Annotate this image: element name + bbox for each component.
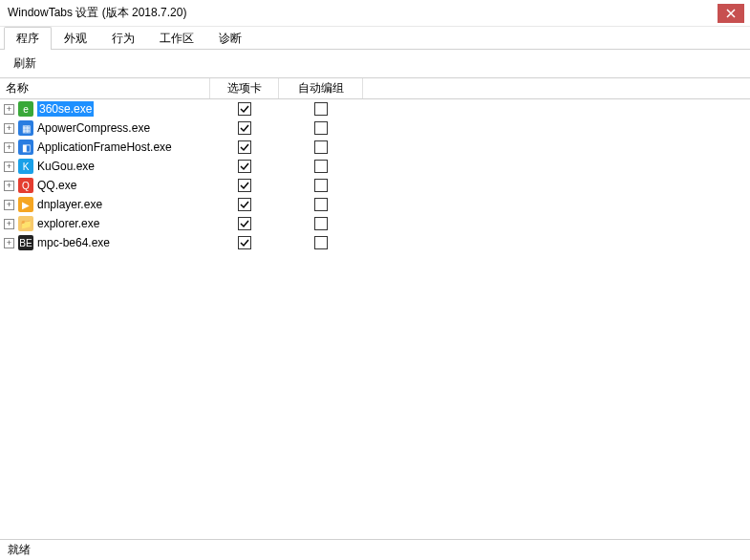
refresh-button[interactable]: 刷新	[8, 54, 42, 74]
cell-tab	[210, 236, 279, 249]
row-name: dnplayer.exe	[37, 198, 102, 211]
column-header-auto[interactable]: 自动编组	[279, 78, 363, 98]
table-row[interactable]: +📁explorer.exe	[0, 214, 750, 233]
cell-auto	[279, 102, 363, 116]
tab-checkbox[interactable]	[238, 236, 251, 249]
row-name: 360se.exe	[37, 101, 94, 117]
cell-auto	[279, 160, 363, 173]
tab-4[interactable]: 诊断	[206, 27, 254, 49]
row-name: explorer.exe	[37, 217, 99, 230]
tab-checkbox[interactable]	[238, 198, 251, 211]
tab-1[interactable]: 外观	[52, 27, 99, 49]
tab-checkbox[interactable]	[238, 140, 251, 154]
content-area: 名称 选项卡 自动编组 +e360se.exe+▦ApowerCompress.…	[0, 78, 750, 539]
app-icon: e	[18, 101, 33, 117]
tab-checkbox[interactable]	[238, 160, 251, 173]
tab-checkbox[interactable]	[238, 102, 251, 116]
tab-checkbox[interactable]	[238, 179, 251, 192]
tab-2[interactable]: 行为	[99, 27, 147, 49]
auto-checkbox[interactable]	[314, 140, 328, 154]
cell-auto	[279, 236, 363, 249]
expander-icon[interactable]: +	[4, 142, 14, 153]
column-header-tab[interactable]: 选项卡	[210, 78, 279, 98]
close-icon	[726, 9, 736, 18]
row-name: mpc-be64.exe	[37, 236, 110, 249]
expander-icon[interactable]: +	[4, 200, 14, 210]
app-icon: 📁	[18, 216, 33, 231]
expander-icon[interactable]: +	[4, 238, 14, 248]
auto-checkbox[interactable]	[314, 121, 328, 135]
cell-auto	[279, 217, 363, 230]
column-headers: 名称 选项卡 自动编组	[0, 78, 750, 99]
row-name: QQ.exe	[37, 179, 76, 192]
row-name: ApplicationFrameHost.exe	[37, 140, 172, 154]
table-row[interactable]: +BEmpc-be64.exe	[0, 233, 750, 252]
app-icon: BE	[18, 235, 33, 250]
app-icon: ▦	[18, 120, 33, 136]
cell-auto	[279, 121, 363, 135]
cell-name: +◧ApplicationFrameHost.exe	[0, 140, 210, 155]
cell-name: +e360se.exe	[0, 101, 210, 117]
cell-auto	[279, 198, 363, 211]
cell-name: +▶dnplayer.exe	[0, 197, 210, 212]
cell-name: +▦ApowerCompress.exe	[0, 120, 210, 136]
app-icon: ◧	[18, 140, 33, 155]
rows-container: +e360se.exe+▦ApowerCompress.exe+◧Applica…	[0, 99, 750, 539]
cell-tab	[210, 160, 279, 173]
expander-icon[interactable]: +	[4, 219, 14, 229]
table-row[interactable]: +QQQ.exe	[0, 176, 750, 195]
statusbar: 就绪	[0, 539, 750, 560]
auto-checkbox[interactable]	[314, 160, 328, 173]
expander-icon[interactable]: +	[4, 123, 14, 134]
auto-checkbox[interactable]	[314, 217, 328, 230]
cell-tab	[210, 140, 279, 154]
titlebar: WindowTabs 设置 (版本 2018.7.20)	[0, 0, 750, 27]
window-title: WindowTabs 设置 (版本 2018.7.20)	[8, 5, 186, 21]
expander-icon[interactable]: +	[4, 162, 14, 172]
tab-bar: 程序外观行为工作区诊断	[0, 27, 750, 50]
table-row[interactable]: +◧ApplicationFrameHost.exe	[0, 138, 750, 157]
table-row[interactable]: +▶dnplayer.exe	[0, 195, 750, 214]
close-button[interactable]	[718, 4, 744, 23]
cell-name: +KKuGou.exe	[0, 159, 210, 174]
expander-icon[interactable]: +	[4, 104, 14, 115]
table-row[interactable]: +KKuGou.exe	[0, 157, 750, 176]
row-name: KuGou.exe	[37, 160, 95, 173]
tab-3[interactable]: 工作区	[147, 27, 206, 49]
cell-tab	[210, 121, 279, 135]
expander-icon[interactable]: +	[4, 181, 14, 191]
cell-name: +📁explorer.exe	[0, 216, 210, 231]
status-text: 就绪	[8, 542, 31, 558]
toolbar: 刷新	[0, 50, 750, 78]
tab-checkbox[interactable]	[238, 217, 251, 230]
auto-checkbox[interactable]	[314, 179, 328, 192]
cell-tab	[210, 102, 279, 116]
cell-tab	[210, 198, 279, 211]
cell-tab	[210, 217, 279, 230]
auto-checkbox[interactable]	[314, 198, 328, 211]
cell-auto	[279, 179, 363, 192]
column-header-name[interactable]: 名称	[0, 78, 210, 98]
cell-name: +QQQ.exe	[0, 178, 210, 193]
app-icon: ▶	[18, 197, 33, 212]
cell-tab	[210, 179, 279, 192]
app-icon: Q	[18, 178, 33, 193]
cell-auto	[279, 140, 363, 154]
table-row[interactable]: +e360se.exe	[0, 99, 750, 118]
tab-0[interactable]: 程序	[4, 27, 52, 50]
table-row[interactable]: +▦ApowerCompress.exe	[0, 118, 750, 138]
cell-name: +BEmpc-be64.exe	[0, 235, 210, 250]
app-icon: K	[18, 159, 33, 174]
auto-checkbox[interactable]	[314, 102, 328, 116]
auto-checkbox[interactable]	[314, 236, 328, 249]
row-name: ApowerCompress.exe	[37, 121, 150, 135]
tab-checkbox[interactable]	[238, 121, 251, 135]
